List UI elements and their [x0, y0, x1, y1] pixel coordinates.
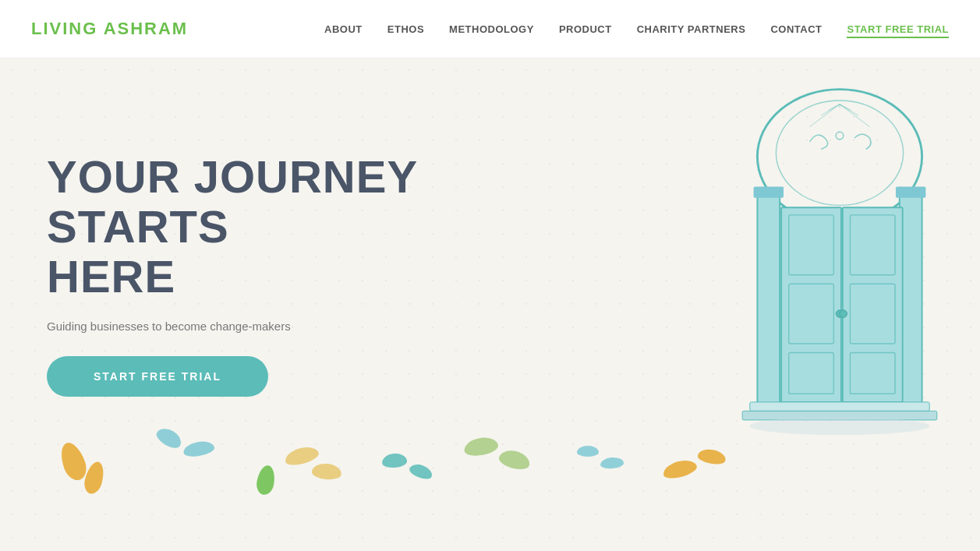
footstep	[381, 453, 407, 469]
logo[interactable]: LIVING ASHRAM	[31, 19, 188, 39]
svg-rect-13	[896, 186, 925, 197]
hero-cta-button[interactable]: START FREE TRIAL	[47, 356, 268, 397]
footstep	[600, 457, 624, 470]
nav-item-contact[interactable]: CONTACT	[770, 22, 822, 36]
svg-line-2	[810, 104, 840, 127]
svg-point-23	[840, 310, 847, 318]
nav-links: ABOUT ETHOS METHODOLOGY PRODUCT CHARITY …	[324, 22, 949, 36]
svg-rect-14	[781, 207, 841, 402]
svg-line-8	[840, 104, 869, 127]
nav-item-methodology[interactable]: METHODOLOGY	[449, 22, 534, 36]
svg-point-9	[836, 132, 844, 140]
svg-rect-15	[843, 207, 903, 402]
nav-item-charity-partners[interactable]: CHARITY PARTNERS	[637, 22, 746, 36]
navbar: LIVING ASHRAM ABOUT ETHOS METHODOLOGY PR…	[0, 0, 980, 58]
footstep	[497, 447, 532, 472]
nav-item-ethos[interactable]: ETHOS	[387, 22, 424, 36]
footsteps-area	[0, 395, 980, 520]
footstep	[154, 425, 184, 451]
hero-content: YOUR JOURNEY STARTS HERE Guiding busines…	[47, 152, 483, 397]
footstep	[283, 444, 320, 468]
footstep	[408, 461, 434, 481]
footstep	[311, 462, 342, 480]
svg-rect-12	[754, 186, 784, 197]
svg-point-0	[757, 90, 922, 224]
svg-rect-10	[757, 194, 780, 404]
footstep	[661, 457, 699, 482]
svg-line-4	[829, 104, 840, 111]
nav-item-about[interactable]: ABOUT	[324, 22, 363, 36]
footstep	[182, 440, 216, 459]
nav-item-product[interactable]: PRODUCT	[559, 22, 612, 36]
hero-section: YOUR JOURNEY STARTS HERE Guiding busines…	[0, 58, 980, 551]
hero-title: YOUR JOURNEY STARTS HERE	[47, 152, 483, 301]
svg-point-1	[776, 101, 903, 205]
footstep	[697, 447, 727, 466]
footstep	[577, 446, 599, 457]
footstep	[255, 464, 277, 496]
footstep	[462, 435, 499, 457]
nav-cta[interactable]: START FREE TRIAL	[847, 22, 949, 36]
hero-subtitle: Guiding businesses to become change-make…	[47, 320, 483, 333]
